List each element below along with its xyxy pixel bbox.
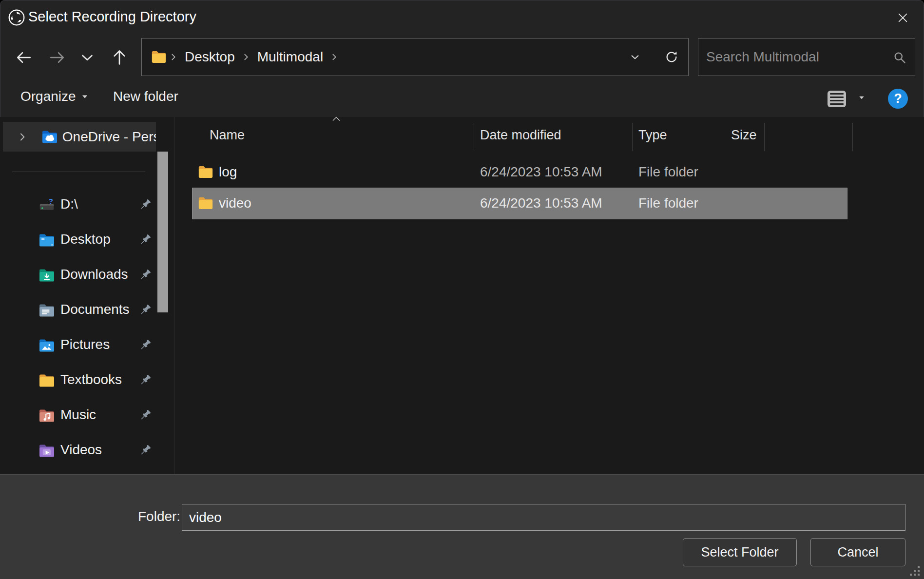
close-icon: [896, 11, 909, 24]
sidebar-separator: [12, 172, 145, 172]
file-date-modified: 6/24/2023 10:53 AM: [480, 195, 602, 211]
file-date-modified: 6/24/2023 10:53 AM: [480, 164, 602, 180]
music-folder-icon: [38, 407, 56, 425]
sidebar-item-pictures[interactable]: Pictures: [0, 328, 157, 363]
pin-icon[interactable]: [138, 197, 153, 212]
sidebar-item-documents[interactable]: Documents: [0, 293, 157, 328]
back-button[interactable]: [15, 48, 33, 67]
column-divider: [764, 123, 765, 151]
up-arrow-icon: [110, 48, 129, 67]
svg-text:?: ?: [49, 197, 53, 205]
sidebar-item-label: Downloads: [60, 267, 128, 282]
cancel-button[interactable]: Cancel: [810, 538, 905, 566]
breadcrumb-segment-desktop[interactable]: Desktop: [180, 49, 240, 65]
search-input[interactable]: [698, 39, 915, 76]
forward-button[interactable]: [48, 48, 66, 67]
column-header-date-modified[interactable]: Date modified: [480, 121, 561, 149]
pin-icon[interactable]: [138, 373, 153, 387]
file-name: video: [219, 195, 251, 211]
search-icon[interactable]: [892, 50, 907, 65]
videos-folder-icon: [38, 442, 56, 460]
select-recording-directory-dialog: Select Recording Directory Desktop Multi…: [0, 0, 924, 579]
sort-ascending-icon: [331, 115, 341, 122]
desktop-folder-icon: [38, 232, 56, 249]
refresh-icon[interactable]: [664, 49, 679, 65]
column-header-name[interactable]: Name: [210, 121, 245, 149]
forward-arrow-icon: [48, 49, 66, 66]
file-row-video[interactable]: video 6/24/2023 10:53 AM File folder: [192, 188, 847, 219]
view-mode-button[interactable]: [828, 91, 846, 107]
resize-grip[interactable]: [908, 564, 921, 577]
sidebar-item-label: Desktop: [60, 232, 111, 247]
documents-folder-icon: [38, 302, 56, 319]
pin-icon[interactable]: [138, 232, 153, 247]
sidebar-item-music[interactable]: Music: [0, 398, 157, 433]
organize-button[interactable]: Organize: [20, 76, 89, 117]
breadcrumb-chevron-icon[interactable]: [329, 52, 340, 62]
sidebar-item-desktop[interactable]: Desktop: [0, 223, 157, 258]
select-folder-button[interactable]: Select Folder: [683, 538, 797, 566]
sidebar-item-downloads[interactable]: Downloads: [0, 258, 157, 293]
sidebar-item-label: Pictures: [60, 337, 110, 352]
expander-chevron-icon[interactable]: [17, 131, 28, 143]
command-toolbar: Organize New folder ?: [0, 76, 924, 117]
footer-bar: Folder: Select Folder Cancel: [0, 474, 924, 579]
sidebar-item-label: D:\: [60, 196, 78, 212]
recent-locations-button[interactable]: [78, 48, 96, 67]
view-dropdown-icon[interactable]: [859, 96, 864, 99]
pin-icon[interactable]: [138, 303, 153, 317]
column-divider: [474, 123, 474, 151]
help-button[interactable]: ?: [888, 89, 908, 109]
folder-label: Folder:: [138, 509, 180, 524]
breadcrumb-chevron-icon[interactable]: [241, 52, 251, 62]
sidebar-item-label: Textbooks: [60, 372, 122, 387]
downloads-folder-icon: [38, 267, 56, 284]
breadcrumb[interactable]: Desktop Multimodal: [141, 38, 689, 76]
folder-icon: [197, 164, 214, 180]
chevron-down-icon: [78, 48, 96, 67]
breadcrumb-chevron-icon[interactable]: [168, 52, 179, 62]
pin-icon[interactable]: [138, 408, 153, 423]
title-bar: Select Recording Directory: [0, 0, 924, 36]
sidebar-item-textbooks[interactable]: Textbooks: [0, 363, 157, 398]
file-name: log: [219, 164, 237, 180]
textbooks-folder-icon: [38, 372, 56, 389]
column-header-type[interactable]: Type: [638, 121, 667, 149]
pin-icon[interactable]: [138, 268, 153, 282]
sidebar-item-d[interactable]: ? D:\: [0, 188, 157, 223]
new-folder-button[interactable]: New folder: [113, 76, 178, 117]
scrollbar-thumb[interactable]: [157, 152, 168, 312]
column-divider: [852, 123, 853, 151]
pin-icon[interactable]: [138, 338, 153, 352]
up-button[interactable]: [110, 48, 129, 67]
breadcrumb-folder-icon: [151, 49, 167, 65]
back-arrow-icon: [15, 49, 33, 66]
sidebar-item-label: OneDrive - Personal: [62, 129, 156, 145]
folder-icon: [197, 195, 214, 212]
file-list: Name Date modified Type Size log 6/24/20…: [175, 117, 924, 474]
organize-label: Organize: [20, 89, 76, 104]
file-row-log[interactable]: log 6/24/2023 10:53 AM File folder: [192, 157, 847, 188]
sidebar-scrollbar[interactable]: [157, 117, 168, 474]
sidebar-item-label: Videos: [60, 442, 102, 458]
breadcrumb-segment-multimodal[interactable]: Multimodal: [252, 49, 328, 65]
file-type: File folder: [638, 195, 698, 211]
folder-name-input[interactable]: [182, 504, 905, 531]
column-divider: [632, 123, 633, 151]
column-header-size[interactable]: Size: [731, 121, 757, 149]
search-box: [698, 38, 915, 76]
drive-icon: ?: [38, 196, 56, 214]
sidebar-item-label: Documents: [60, 302, 130, 317]
sidebar-item-label: Music: [60, 407, 96, 423]
obs-logo-icon: [8, 9, 25, 26]
organize-dropdown-icon: [82, 95, 87, 98]
pin-icon[interactable]: [138, 443, 153, 458]
new-folder-label: New folder: [113, 89, 178, 104]
window-title: Select Recording Directory: [28, 9, 196, 25]
close-button[interactable]: [892, 8, 913, 27]
address-dropdown-icon[interactable]: [629, 51, 641, 63]
sidebar-item-videos[interactable]: Videos: [0, 433, 157, 468]
sidebar-item-onedrive[interactable]: OneDrive - Personal: [3, 122, 156, 152]
pictures-folder-icon: [38, 337, 56, 354]
sidebar-divider: [174, 117, 174, 474]
